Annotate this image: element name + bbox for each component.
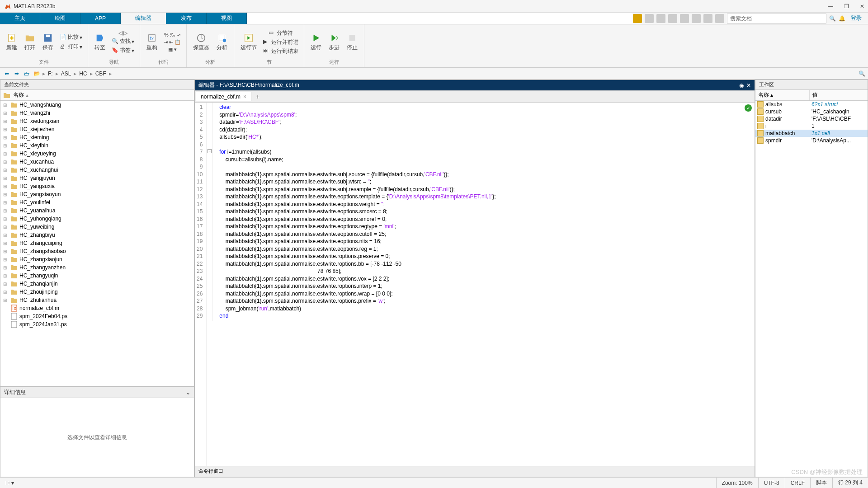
percent-icon[interactable]: % ‰ ⤻ xyxy=(162,32,183,38)
compare-button[interactable]: 📄比较▾ xyxy=(58,33,84,42)
file-row[interactable]: ⊞HC_zhulianhua xyxy=(0,296,194,304)
ribbon-tab-1[interactable]: 绘图 xyxy=(40,13,80,24)
command-window-title[interactable]: 命令行窗口 xyxy=(195,466,755,477)
file-row[interactable]: ⊞HC_zhangshaobao xyxy=(0,247,194,255)
breadcrumb-seg[interactable]: HC xyxy=(77,70,89,77)
switch-window-icon[interactable] xyxy=(703,14,712,23)
encoding-status[interactable]: UTF-8 xyxy=(758,478,785,488)
workspace-row[interactable]: spmdir'D:\AnalysisAp... xyxy=(755,137,868,144)
ribbon-tab-0[interactable]: 主页 xyxy=(0,13,40,24)
help-icon[interactable] xyxy=(715,14,724,23)
breadcrumb-seg[interactable]: ASL xyxy=(59,70,73,77)
run-to-end-button[interactable]: ⏭运行到结束 xyxy=(261,47,300,56)
undo-icon[interactable] xyxy=(680,14,689,23)
save-all-icon[interactable] xyxy=(633,14,642,23)
new-button[interactable]: 新建 xyxy=(4,32,20,52)
file-row[interactable]: ⊞HC_xiedongxian xyxy=(0,117,194,125)
minimize-button[interactable]: — xyxy=(828,3,833,9)
close-button[interactable]: ✕ xyxy=(860,3,864,9)
file-row[interactable]: ⊞HC_wangshuang xyxy=(0,101,194,109)
refactor-button[interactable]: fx重构 xyxy=(144,32,160,52)
chevron-down-icon[interactable]: ⌄ xyxy=(186,389,190,396)
search-icon[interactable]: 🔍 xyxy=(829,15,836,22)
file-row[interactable]: ⊞HC_zhangxiaojun xyxy=(0,255,194,263)
file-list[interactable]: ⊞HC_wangshuang⊞HC_wangzhi⊞HC_xiedongxian… xyxy=(0,101,194,386)
section-break-button[interactable]: ▭分节符 xyxy=(261,29,300,38)
file-row[interactable]: ⊞HC_wangzhi xyxy=(0,109,194,117)
maximize-button[interactable]: ❐ xyxy=(844,3,849,9)
notification-icon[interactable]: 🔔 xyxy=(839,15,845,22)
cut-icon[interactable] xyxy=(645,14,654,23)
ws-value-header[interactable]: 值 xyxy=(810,90,821,100)
file-row[interactable]: spm_2024Jan31.ps xyxy=(0,320,194,328)
print-button[interactable]: 🖨打印▾ xyxy=(58,42,84,51)
file-row[interactable]: spm_2024Feb04.ps xyxy=(0,312,194,320)
add-tab-button[interactable]: + xyxy=(251,92,264,102)
workspace-row[interactable]: cursub'HC_caishaoqin xyxy=(755,108,868,115)
workspace-row[interactable]: matlabbatch1x1 cell xyxy=(755,130,868,137)
breadcrumb-seg[interactable]: CBF xyxy=(94,70,108,77)
profiler-button[interactable]: 探查器 xyxy=(190,32,212,52)
file-row[interactable]: ⊞HC_xieming xyxy=(0,133,194,141)
file-row[interactable]: ⊞HC_yangxiaoyun xyxy=(0,190,194,198)
open-button[interactable]: 打开 xyxy=(22,32,38,52)
paste-icon[interactable] xyxy=(668,14,677,23)
editor-body[interactable]: 1234567891011121314151617181920212223242… xyxy=(195,103,755,466)
file-row[interactable]: ⊞HC_yuhongqiang xyxy=(0,215,194,223)
sort-icon[interactable]: ▴ xyxy=(26,92,28,99)
file-row[interactable]: ⊞HC_youlinfei xyxy=(0,198,194,206)
indent-icon[interactable]: ⇥ ⇤ 📋 xyxy=(162,39,183,46)
file-row[interactable]: ⊞HC_zhangbiyu xyxy=(0,231,194,239)
file-row[interactable]: ⊞HC_yuweibing xyxy=(0,223,194,231)
nav-back-button[interactable]: ◁▷ xyxy=(110,29,136,37)
find-button[interactable]: 🔍查找▾ xyxy=(110,37,136,46)
up-folder-button[interactable]: 🗁 xyxy=(23,70,31,78)
step-button[interactable]: 步进 xyxy=(326,32,342,52)
dock-icon[interactable]: ◉ xyxy=(739,82,744,89)
run-advance-button[interactable]: ▶运行并前进 xyxy=(261,38,300,47)
file-row[interactable]: ⊞HC_zhangyanzhen xyxy=(0,263,194,272)
close-panel-icon[interactable]: ✕ xyxy=(746,82,751,89)
file-row[interactable]: ⊞HC_zhangcuiping xyxy=(0,239,194,247)
file-row[interactable]: ⊞HC_xieyueying xyxy=(0,150,194,158)
file-row[interactable]: ⊞HC_xuchanghui xyxy=(0,166,194,174)
copy-icon[interactable] xyxy=(656,14,665,23)
editor-tab[interactable]: normalize_cbf.m × xyxy=(196,92,251,101)
ws-name-header[interactable]: 名称 ▴ xyxy=(755,90,810,100)
goto-button[interactable]: 转至 xyxy=(92,32,108,52)
file-row[interactable]: ⊞HC_xucanhua xyxy=(0,158,194,166)
fold-toggle[interactable]: − xyxy=(208,149,212,153)
ribbon-tab-5[interactable]: 视图 xyxy=(207,13,247,24)
format-icon[interactable]: ▦ ▾ xyxy=(162,46,183,53)
bookmark-button[interactable]: 🔖书签▾ xyxy=(110,46,136,55)
breadcrumb[interactable]: ▸F:▸ASL▸HC▸CBF▸ xyxy=(42,70,112,77)
eol-status[interactable]: CRLF xyxy=(785,478,810,488)
file-row[interactable]: ⊞HC_xiejiezhen xyxy=(0,125,194,133)
login-link[interactable]: 登录 xyxy=(848,14,864,22)
workspace-row[interactable]: allsubs62x1 struct xyxy=(755,101,868,108)
close-tab-icon[interactable]: × xyxy=(243,94,246,100)
file-row[interactable]: ⊞HC_zhanqianjin xyxy=(0,280,194,288)
file-row[interactable]: ⊞HC_zhoujinping xyxy=(0,288,194,296)
file-row[interactable]: ⊞HC_zhangyuqin xyxy=(0,272,194,280)
run-button[interactable]: 运行 xyxy=(308,32,324,52)
file-row[interactable]: fxnormalize_cbf.m xyxy=(0,304,194,312)
save-button[interactable]: 保存 xyxy=(40,32,56,52)
forward-button[interactable]: ➡ xyxy=(13,70,21,78)
analyze-button[interactable]: 分析 xyxy=(214,32,230,52)
redo-icon[interactable] xyxy=(692,14,701,23)
browse-button[interactable]: 📂 xyxy=(33,70,41,78)
search-docs-input[interactable] xyxy=(727,14,826,23)
workspace-row[interactable]: datadir'F:\ASL\HC\CBF xyxy=(755,115,868,122)
name-column-header[interactable]: 名称 xyxy=(13,91,24,99)
file-row[interactable]: ⊞HC_yuanaihua xyxy=(0,206,194,215)
file-row[interactable]: ⊞HC_xieyibin xyxy=(0,141,194,150)
file-row[interactable]: ⊞HC_yangsuxia xyxy=(0,182,194,190)
ribbon-tab-2[interactable]: APP xyxy=(80,13,121,24)
stop-button[interactable]: 停止 xyxy=(344,32,360,52)
search-path-icon[interactable]: 🔍 xyxy=(859,70,865,77)
breadcrumb-seg[interactable]: F: xyxy=(46,70,55,77)
back-button[interactable]: ⬅ xyxy=(3,70,11,78)
ribbon-tab-4[interactable]: 发布 xyxy=(166,13,207,24)
workspace-list[interactable]: allsubs62x1 structcursub'HC_caishaoqinda… xyxy=(755,101,868,144)
